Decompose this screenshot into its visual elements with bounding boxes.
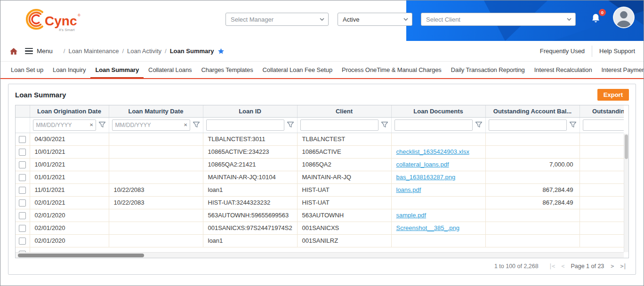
horizontal-scrollbar[interactable] [16,252,624,258]
tab-interest-recalculation[interactable]: Interest Recalculation [530,62,597,79]
last-page-icon[interactable]: >| [620,263,626,270]
cell-maturity-date [109,145,203,158]
table-row: 02/01/2020 001SANICXS:97S24471974S2 001S… [16,222,624,234]
tab-process-onetime-manual-charges[interactable]: Process OneTime & Manual Charges [337,62,446,79]
filter-icon[interactable] [475,121,483,129]
tab-loan-inquiry[interactable]: Loan Inquiry [48,62,90,79]
home-icon[interactable] [9,47,18,56]
document-link[interactable]: collateral_loans.pdf [396,161,449,168]
cell-client: TLBALNCTEST [297,133,391,145]
vertical-scrollbar[interactable] [624,134,628,252]
menu-label[interactable]: Menu [37,48,53,55]
column-header-outstanding-account-balance[interactable]: Outstanding Account Bal... [485,105,580,117]
next-page-icon[interactable]: > [611,263,613,270]
prev-page-icon[interactable]: < [561,263,564,270]
filter-icon[interactable] [287,121,294,129]
column-header-loan-id[interactable]: Loan ID [203,105,297,117]
document-link[interactable]: Screenshot__385_.png [396,224,459,231]
filter-cell-empty [16,117,30,133]
row-select-cell [16,234,30,247]
first-page-icon[interactable]: |< [549,263,555,270]
row-checkbox[interactable] [19,174,26,181]
cell-outstanding-account-balance [485,171,580,183]
frequently-used-link[interactable]: Frequently Used [540,48,585,55]
document-link[interactable]: checklist_1635424903.xlsx [396,148,469,155]
row-select-cell [16,158,30,171]
help-support-link[interactable]: Help Support [599,48,635,55]
column-header-loan-maturity-date[interactable]: Loan Maturity Date [109,105,203,117]
breadcrumb-loan-summary: Loan Summary [170,48,214,55]
cell-outstanding-account-balance [485,209,580,222]
row-checkbox[interactable] [19,225,26,232]
grid-viewport: Loan Origination Date Loan Maturity Date… [16,105,624,252]
outstanding-account-balance-filter-input[interactable] [489,119,567,131]
tab-collateral-loan-fee-setup[interactable]: Collateral Loan Fee Setup [258,62,338,79]
row-checkbox[interactable] [19,199,26,207]
row-checkbox[interactable] [19,161,26,168]
filter-icon[interactable] [98,121,106,129]
loan-documents-filter-input[interactable] [394,119,473,131]
tab-collateral-loans[interactable]: Collateral Loans [144,62,196,79]
cell-outstanding-account-balance [485,234,580,247]
user-avatar[interactable] [613,7,635,28]
filter-icon[interactable] [381,121,388,129]
cell-maturity-date: 10/22/2083 [109,183,203,196]
chevron-down-icon[interactable] [401,18,411,21]
tab-charges-templates[interactable]: Charges Templates [196,62,258,79]
document-link[interactable]: bas_1638163287.png [396,174,456,181]
row-checkbox[interactable] [19,238,26,245]
row-checkbox[interactable] [19,212,26,219]
cell-loan-id: HIST-UAT:3244323232 [203,196,297,209]
cell-maturity-date [109,222,203,234]
tab-daily-transaction-reporting[interactable]: Daily Transaction Reporting [446,62,530,79]
document-link[interactable]: sample.pdf [396,212,427,219]
status-select[interactable]: Active [338,13,412,26]
loan-id-filter-input[interactable] [206,119,284,131]
menu-icon[interactable] [25,48,33,54]
maturity-date-filter-input[interactable] [112,119,190,131]
cell-maturity-date [109,171,203,183]
outstanding-loan-balance-filter-input[interactable] [583,119,624,131]
filter-icon[interactable] [193,121,200,129]
table-row-partial [16,247,624,252]
column-header-client[interactable]: Client [297,105,391,117]
chevron-down-icon[interactable] [564,18,574,21]
cell-loan-id: TLBALNCTEST:3011 [203,133,297,145]
tab-loan-set-up[interactable]: Loan Set up [6,62,48,79]
nav-divider [592,46,592,57]
row-checkbox[interactable] [19,149,26,156]
column-header-loan-documents[interactable]: Loan Documents [391,105,485,117]
filter-cell-origination-date: ✕ [30,117,109,133]
cell-outstanding-loan-balance [580,133,624,145]
tab-loan-summary[interactable]: Loan Summary [90,62,144,79]
favorite-star-icon[interactable] [217,48,225,55]
row-checkbox[interactable] [19,187,26,194]
cell-outstanding-loan-balance [580,158,624,171]
column-header-loan-origination-date[interactable]: Loan Origination Date [30,105,109,117]
export-button[interactable]: Export [597,89,629,101]
tab-interest-payments[interactable]: Interest Payments [597,62,644,79]
table-row: 04/30/2021 TLBALNCTEST:3011 TLBALNCTEST [16,133,624,145]
cell-client: HIST-UAT [297,196,391,209]
row-checkbox[interactable] [19,136,26,143]
vertical-scrollbar-thumb[interactable] [625,135,628,159]
client-select[interactable]: Select Client [421,13,576,26]
cell-outstanding-loan-balance [580,196,624,209]
clear-icon[interactable]: ✕ [89,123,93,127]
table-row: 10/01/2021 10865ACTIVE:234223 10865ACTIV… [16,145,624,158]
breadcrumb-loan-activity[interactable]: Loan Activity [127,48,161,55]
origination-date-filter-input[interactable] [33,119,96,131]
manager-select[interactable]: Select Manager [225,13,329,26]
column-header-outstanding-loan-balance[interactable]: Outstanding Loan Bal... [580,105,624,117]
clear-icon[interactable]: ✕ [184,123,187,127]
notifications-button[interactable]: 0 [589,12,602,26]
horizontal-scrollbar-thumb[interactable] [18,254,144,257]
chevron-down-icon[interactable] [317,18,327,21]
breadcrumb-loan-maintenance[interactable]: Loan Maintenance [68,48,119,55]
row-select-cell [16,145,30,158]
table-row: 10/01/2021 10865QA2:21421 10865QA2 colla… [16,158,624,171]
document-link[interactable]: loans.pdf [396,186,421,193]
filter-icon[interactable] [569,121,577,129]
client-filter-input[interactable] [300,119,378,131]
cell-maturity-date: 10/22/2083 [109,196,203,209]
